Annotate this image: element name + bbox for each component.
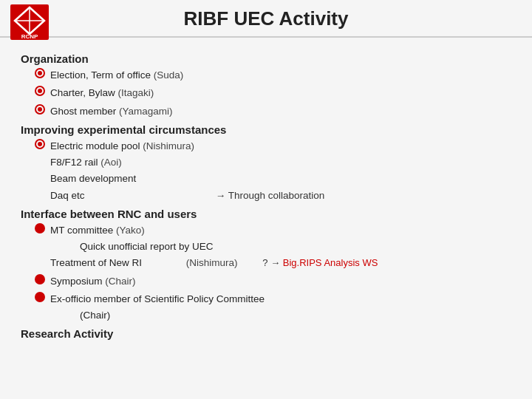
item-person: (Yako) bbox=[116, 225, 145, 236]
list-item: Ghost member (Yamagami) bbox=[21, 103, 511, 119]
quick-report-label: Quick unofficial report by UEC bbox=[80, 239, 214, 254]
list-item: Electric module pool (Nishimura) bbox=[21, 137, 511, 154]
item-label: Charter, Bylaw bbox=[50, 87, 115, 98]
red-filled-icon bbox=[35, 292, 45, 302]
item-label: Ghost member bbox=[50, 106, 116, 117]
item-label: Symposium bbox=[50, 276, 103, 287]
item-label: MT committee bbox=[50, 225, 113, 236]
bullet-icon bbox=[34, 103, 46, 115]
research-section: Research Activity bbox=[21, 327, 511, 340]
interface-title: Interface between RNC and users bbox=[21, 208, 511, 220]
bullet-icon bbox=[34, 222, 46, 234]
list-item: MT committee (Yako) bbox=[21, 222, 511, 238]
item-label: Election, Term of office bbox=[50, 69, 151, 81]
item-label: Beam development bbox=[50, 173, 136, 184]
bullet-icon bbox=[34, 291, 46, 303]
svg-text:RCNP: RCNP bbox=[21, 33, 38, 40]
item-person: (Aoi) bbox=[100, 157, 122, 168]
list-item: (Chair) bbox=[21, 308, 511, 323]
list-item: Quick unofficial report by UEC bbox=[21, 239, 511, 254]
bigrips-label: Big.RIPS Analysis WS bbox=[283, 257, 378, 268]
list-item: Election, Term of office (Suda) bbox=[21, 66, 511, 83]
item-person: (Nishimura) bbox=[143, 140, 194, 151]
item-person: (Yamagami) bbox=[119, 106, 173, 117]
chair-label: (Chair) bbox=[80, 308, 110, 323]
item-label: F8/F12 rail bbox=[50, 157, 98, 168]
item-person: (Nishimura) bbox=[186, 257, 238, 268]
red-dot-icon bbox=[35, 139, 45, 149]
slide: RCNP RIBF UEC Activity Organization Elec… bbox=[0, 0, 532, 399]
list-item: F8/F12 rail (Aoi) bbox=[21, 155, 511, 170]
red-filled-icon bbox=[35, 223, 45, 233]
list-item: Ex-officio member of Scientific Policy C… bbox=[21, 290, 511, 307]
organization-section: Organization Election, Term of office (S… bbox=[21, 52, 511, 119]
bullet-icon bbox=[34, 85, 46, 97]
list-item: Symposium (Chair) bbox=[21, 273, 511, 289]
red-filled-icon bbox=[35, 274, 45, 284]
interface-section: Interface between RNC and users MT commi… bbox=[21, 208, 511, 324]
rcnp-logo: RCNP bbox=[10, 4, 49, 40]
organization-title: Organization bbox=[21, 52, 511, 65]
list-item: Treatment of New RI (Nishimura) ? → Big.… bbox=[21, 256, 511, 270]
improving-title: Improving experimental circumstances bbox=[21, 123, 511, 136]
bigrips-note: ? → Big.RIPS Analysis WS bbox=[262, 257, 378, 268]
item-label: Electric module pool bbox=[50, 140, 140, 151]
red-dot-icon bbox=[35, 68, 45, 78]
red-dot-icon bbox=[35, 86, 45, 96]
list-item: Charter, Bylaw (Itagaki) bbox=[21, 84, 511, 100]
red-dot-icon bbox=[35, 104, 45, 115]
improving-section: Improving experimental circumstances Ele… bbox=[21, 123, 511, 203]
content: Organization Election, Term of office (S… bbox=[0, 38, 532, 349]
list-item: Beam development bbox=[21, 171, 511, 186]
research-title: Research Activity bbox=[21, 327, 511, 340]
collaboration-note: → Through collaboration bbox=[216, 190, 325, 201]
item-person: (Itagaki) bbox=[118, 87, 154, 98]
item-label: Ex-officio member of Scientific Policy C… bbox=[50, 292, 265, 307]
item-person: (Chair) bbox=[105, 276, 135, 287]
bullet-icon bbox=[34, 138, 46, 150]
header: RCNP RIBF UEC Activity bbox=[0, 0, 532, 38]
item-person: (Suda) bbox=[154, 69, 184, 81]
page-title: RIBF UEC Activity bbox=[184, 7, 349, 30]
bullet-icon bbox=[34, 273, 46, 285]
list-item: Daq etc → Through collaboration bbox=[21, 188, 511, 203]
item-label: Treatment of New RI bbox=[50, 256, 183, 270]
item-label: Daq etc bbox=[50, 188, 168, 203]
bullet-icon bbox=[34, 67, 46, 79]
